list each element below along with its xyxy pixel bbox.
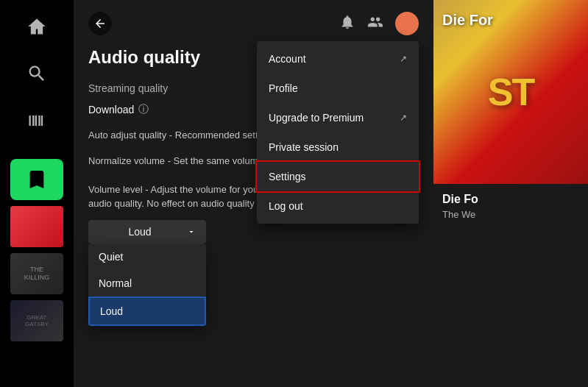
library-section: THEKILLING GREATGATSBY — [0, 159, 74, 341]
main-content: Audio quality Streaming quality Download… — [74, 0, 433, 387]
external-link-icon-2: ↗ — [400, 113, 407, 123]
album-art-text: ST — [488, 70, 534, 114]
menu-item-logout[interactable]: Log out — [257, 191, 419, 221]
album-title-overlay: Die For — [442, 12, 493, 29]
download-help-icon[interactable]: ⓘ — [138, 103, 149, 116]
header — [74, 0, 433, 47]
library-playlist-3[interactable]: THEKILLING — [10, 253, 63, 294]
right-bottom: Die Fo The We — [433, 184, 588, 229]
menu-item-profile[interactable]: Profile — [257, 74, 419, 103]
sidebar: THEKILLING GREATGATSBY — [0, 0, 74, 387]
right-track-subtitle: The We — [442, 209, 579, 220]
header-icons — [339, 12, 419, 35]
volume-option-loud[interactable]: Loud — [88, 297, 206, 326]
download-label: Download ⓘ — [88, 103, 149, 116]
volume-option-quiet[interactable]: Quiet — [88, 244, 206, 270]
menu-item-upgrade[interactable]: Upgrade to Premium ↗ — [257, 103, 419, 132]
user-avatar[interactable] — [395, 12, 419, 35]
friends-icon[interactable] — [367, 14, 383, 33]
menu-item-settings[interactable]: Settings — [257, 162, 419, 191]
menu-item-account[interactable]: Account ↗ — [257, 44, 419, 74]
volume-option-normal[interactable]: Normal — [88, 270, 206, 297]
library-playlist-2[interactable] — [10, 206, 63, 247]
library-playlist-1[interactable] — [10, 159, 63, 200]
right-panel: ST Die For Die Fo The We — [433, 0, 588, 387]
sidebar-item-library[interactable] — [22, 106, 52, 135]
sidebar-item-home[interactable] — [22, 12, 52, 41]
user-menu: Account ↗ Profile Upgrade to Premium ↗ P… — [257, 41, 419, 224]
album-cover: ST Die For — [433, 0, 588, 184]
right-track-title: Die Fo — [442, 193, 579, 206]
back-button[interactable] — [88, 12, 112, 35]
menu-item-private-session[interactable]: Private session — [257, 132, 419, 162]
volume-dropdown-button[interactable]: Loud — [88, 220, 206, 244]
volume-dropdown-menu: Quiet Normal Loud — [88, 244, 206, 326]
external-link-icon: ↗ — [400, 54, 407, 64]
library-playlist-4[interactable]: GREATGATSBY — [10, 300, 63, 341]
sidebar-item-search[interactable] — [22, 59, 52, 88]
bell-icon[interactable] — [339, 14, 355, 33]
